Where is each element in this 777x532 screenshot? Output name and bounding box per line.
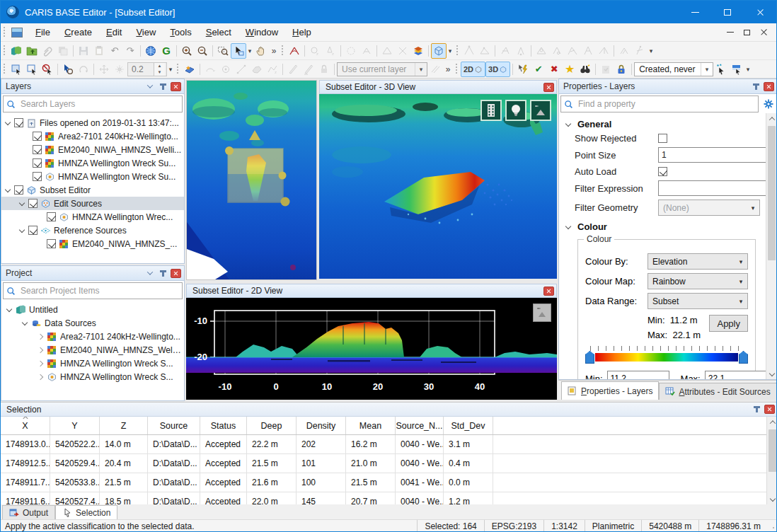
layer-row[interactable]: HMNZA Wellington Wrec... <box>1 210 184 224</box>
view-2d-canvas[interactable]: -10 -20 -10 0 10 20 30 40 <box>186 298 557 400</box>
cell-source-n[interactable]: 0040 - We... <box>396 492 444 504</box>
duplicate-icon[interactable] <box>55 43 71 59</box>
spinner-down-icon[interactable]: ▼ <box>154 69 165 76</box>
toolbar-overflow[interactable]: » <box>443 64 453 74</box>
layer-row-edit-sources[interactable]: Edit Sources <box>1 197 184 210</box>
project-row[interactable]: EM2040_NIWA_HMNZS_Welli... <box>1 343 184 357</box>
cell-mean[interactable]: 21.5 m <box>346 473 396 492</box>
colour-map-combo[interactable]: Rainbow▾ <box>648 273 748 289</box>
section-general[interactable]: General <box>565 119 761 129</box>
google-earth-icon[interactable]: G <box>159 43 174 59</box>
menu-view[interactable]: View <box>129 25 163 40</box>
created-filter-combo[interactable]: Created, never ▾ <box>634 62 713 76</box>
selection-pin-button[interactable] <box>751 405 762 415</box>
property-search-input[interactable] <box>577 98 755 110</box>
subset-cube-dropdown[interactable]: ▾ <box>447 47 454 54</box>
cell-std-dev[interactable]: 0.4 m <box>444 454 493 473</box>
menu-help[interactable]: Help <box>285 25 318 40</box>
minimize-button[interactable] <box>679 1 711 23</box>
checkbox[interactable] <box>47 239 56 248</box>
draw-line2-icon[interactable] <box>301 62 316 77</box>
table-row[interactable]: 1748911.7... 5420533.8... 21.5 m D:\Data… <box>1 473 766 492</box>
slider-max-handle[interactable] <box>739 351 748 364</box>
map-view[interactable] <box>186 80 317 280</box>
subset-cursor-icon[interactable] <box>729 62 744 77</box>
table-row[interactable]: 1748912.5... 5420529.4... 20.4 m D:\Data… <box>1 454 766 473</box>
checkbox[interactable] <box>33 145 42 154</box>
angle-tool-icon[interactable] <box>616 43 632 59</box>
project-close-button[interactable] <box>171 269 181 278</box>
checkbox[interactable] <box>33 132 42 141</box>
cell-deep[interactable]: 21.5 m <box>247 454 297 473</box>
angle-tool-icon[interactable] <box>580 43 596 59</box>
apply-button[interactable]: Apply <box>709 315 748 332</box>
point-size-input[interactable] <box>658 147 766 163</box>
cell-source[interactable]: D:\Data\D... <box>148 473 200 492</box>
cell-mean[interactable]: 20.7 m <box>346 492 396 504</box>
angle-tool-icon[interactable] <box>477 43 493 59</box>
layer-row-files[interactable]: Files opened on 2019-01-31 13:47:... <box>1 116 184 129</box>
examine-binoculars-icon[interactable] <box>577 62 593 77</box>
deselect-icon[interactable] <box>40 62 55 77</box>
measure-icon[interactable] <box>287 43 302 59</box>
project-row[interactable]: HMNZA Wellington Wreck S... <box>1 357 184 370</box>
view-3d-close-button[interactable] <box>543 83 554 92</box>
colour-stack-icon[interactable] <box>410 43 426 59</box>
snap-icon[interactable] <box>112 62 127 77</box>
save-icon[interactable] <box>76 43 91 59</box>
project-menu-button[interactable] <box>144 268 156 278</box>
selection-scrollbar[interactable] <box>766 417 777 504</box>
cell-status[interactable]: Accepted <box>200 435 247 453</box>
checkbox[interactable] <box>14 118 23 127</box>
toolbar-group-dropdown[interactable]: ▾ <box>744 66 752 73</box>
view-2d-exaggeration-button[interactable] <box>533 303 551 322</box>
movie-record-button[interactable] <box>480 100 502 121</box>
column-header-source[interactable]: Source <box>148 417 200 434</box>
menu-create[interactable]: Create <box>57 25 99 40</box>
expander-icon[interactable] <box>37 347 44 354</box>
digitize-tool-icon[interactable] <box>249 62 265 77</box>
tab-output[interactable]: Output <box>2 505 55 519</box>
cell-source-n[interactable]: 0041 - We... <box>396 473 444 492</box>
active-layer-combo[interactable]: Use current layer ▾ <box>337 62 427 76</box>
layer-row[interactable]: EM2040_NIWA_HMNZS_... <box>1 237 184 250</box>
spinner-up-icon[interactable]: ▲ <box>154 63 165 69</box>
web-globe-icon[interactable] <box>143 43 159 59</box>
cell-y[interactable]: 5420527.4... <box>50 492 100 504</box>
cell-deep[interactable]: 22.0 m <box>247 492 297 504</box>
table-row[interactable]: 1748913.0... 5420522.2... 14.0 m D:\Data… <box>1 435 766 454</box>
selection-close-button[interactable] <box>764 405 775 414</box>
min-input[interactable] <box>607 371 669 379</box>
expander-icon[interactable] <box>37 360 44 367</box>
mdi-child-icon[interactable] <box>11 28 23 37</box>
layer-row[interactable]: Area2-7101 240kHz-Wellingto... <box>1 129 184 143</box>
cell-z[interactable]: 21.5 m <box>100 473 148 492</box>
expander-icon[interactable] <box>18 227 25 234</box>
table-row[interactable]: 1748911.6... 5420527.4... 18.5 m D:\Data… <box>1 492 766 504</box>
cell-density[interactable]: 100 <box>297 473 346 492</box>
zoom-area-icon[interactable] <box>215 43 231 59</box>
project-search-input[interactable] <box>19 285 179 296</box>
cell-x[interactable]: 1748913.0... <box>1 435 50 453</box>
column-header-z[interactable]: Z <box>100 417 148 434</box>
menu-grip[interactable] <box>3 26 6 39</box>
survey-tool-icon[interactable]: z <box>323 43 338 59</box>
scrollbar-thumb[interactable] <box>768 126 776 260</box>
column-header-std-dev[interactable]: Std_Dev <box>444 417 493 434</box>
properties-pin-button[interactable] <box>750 81 761 91</box>
project-pin-button[interactable] <box>157 268 168 278</box>
flag-star-icon[interactable]: ★ <box>562 62 577 77</box>
layers-menu-button[interactable] <box>144 81 156 91</box>
mdi-minimize-button[interactable] <box>727 32 734 33</box>
accept-icon[interactable]: ✔ <box>531 62 546 77</box>
zoom-out-icon[interactable] <box>195 43 210 59</box>
reject-icon[interactable]: ✖ <box>546 62 562 77</box>
colour-by-combo[interactable]: Elevation▾ <box>648 253 748 270</box>
angle-tool-icon[interactable] <box>461 43 477 59</box>
menu-edit[interactable]: Edit <box>99 25 129 40</box>
lock-icon[interactable] <box>614 62 629 77</box>
show-rejected-checkbox[interactable] <box>658 134 667 143</box>
vertical-exaggeration-button[interactable] <box>530 100 551 121</box>
cell-status[interactable]: Accepted <box>200 473 247 492</box>
open-data-icon[interactable] <box>24 43 40 59</box>
